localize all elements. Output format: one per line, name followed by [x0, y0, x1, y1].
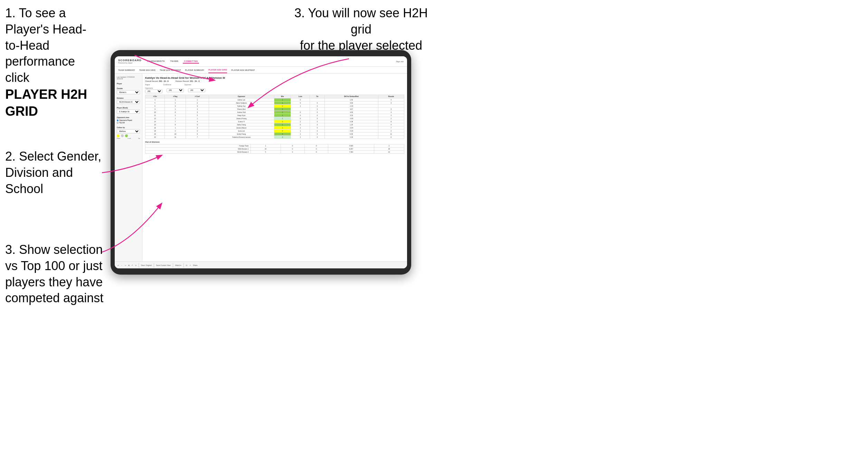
nav-teams[interactable]: TEAMS: [169, 59, 180, 64]
cell-div: 16: [145, 126, 165, 130]
step3-top-line1: 3. You will now see H2H grid: [294, 6, 428, 36]
sub-nav-player-summary[interactable]: PLAYER SUMMARY: [185, 67, 204, 73]
cell-win: 1: [274, 98, 291, 102]
nav-tournaments[interactable]: TOURNAMENTS: [146, 59, 166, 64]
opponent-view-radios: Opponents Played Top 100: [117, 120, 140, 124]
filter-select-row: Opponents: (All) (All) (All): [145, 87, 404, 93]
cell-reg: 8: [165, 123, 186, 126]
cell-conf: 3: [186, 126, 209, 130]
toolbar-refresh[interactable]: ↶: [132, 264, 133, 266]
sub-nav-team-heatmap[interactable]: TEAM H2H HEATMAP: [160, 67, 181, 73]
cell-opponent: Sydney Kuo: [209, 105, 274, 108]
dot-down: [117, 134, 120, 137]
radio-opponents-played[interactable]: Opponents Played: [117, 120, 140, 121]
cell-win: 2: [274, 120, 291, 123]
opponents-select[interactable]: (All): [145, 89, 162, 93]
toolbar-redo[interactable]: ↪: [125, 264, 126, 266]
cell-diff: 0.30: [324, 133, 378, 136]
cell-diff: -1.00: [324, 105, 378, 108]
cell-conf: 2: [186, 130, 209, 133]
cell-loss: 1: [291, 105, 310, 108]
toolbar-share[interactable]: Share: [193, 264, 197, 266]
cell-opponent: Emily Chang: [209, 133, 274, 136]
step3-bottom-line1: 3. Show selection: [5, 242, 103, 257]
sidebar: Last Updated: 27/03/2024 16:55:38 Player…: [115, 74, 142, 261]
toolbar-grid[interactable]: ⊞: [128, 264, 130, 266]
instruction-step3-top: 3. You will now see H2H grid for the pla…: [283, 5, 439, 54]
cell-rounds: 6: [378, 136, 404, 139]
overall-record: Overall Record: 353 - 34 - 6: [145, 80, 169, 82]
sub-nav-player-heatmap[interactable]: PLAYER H2H HEATMAP: [231, 67, 255, 73]
col-loss: Loss: [291, 95, 310, 98]
ood-cell-opponent: Foreign Team: [145, 144, 251, 147]
nav-committee[interactable]: COMMITTEE: [183, 59, 199, 64]
cell-opponent: Esther Lee: [209, 98, 274, 102]
sub-nav-team-summary[interactable]: TEAM SUMMARY: [118, 67, 135, 73]
cell-opponent: Sharon Mun: [209, 108, 274, 111]
ood-cell-tie: 0: [304, 151, 328, 154]
gender-select[interactable]: Women's: [117, 90, 140, 94]
ood-cell-diff: 7.400: [328, 151, 374, 154]
cell-diff: 0.38: [324, 120, 378, 123]
colour-down-label: Down: [117, 137, 120, 139]
col-tie: Tie: [310, 95, 324, 98]
cell-tie: 0: [310, 120, 324, 123]
ood-table-row: NAIA Division 1 15 0 0 9.267 30: [145, 147, 404, 151]
overall-record-value: 353 - 34 - 6: [159, 80, 169, 82]
division-record: Division Record: 331 - 34 - 6: [176, 80, 200, 82]
col-diff: Diff Av Strokes/Rnd: [324, 95, 378, 98]
nav-sign-out[interactable]: Sign out: [396, 60, 404, 63]
sub-nav-player-h2h[interactable]: PLAYER H2H GRID: [208, 67, 227, 73]
filter-row: Region Conference Opponent: [145, 84, 404, 86]
table-row: 5 2 2 Alexis Sudjianto 1 0 0 4.00 3: [145, 102, 404, 105]
table-row: 20 11 7 Federica Domecq Lacroze 2 1 0 1.…: [145, 136, 404, 139]
cell-reg: 3: [165, 105, 186, 108]
cell-div: 14: [145, 120, 165, 123]
cell-opponent: Heejo Hyun: [209, 114, 274, 117]
ood-cell-loss: 0: [281, 144, 304, 147]
cell-div: 9: [145, 108, 165, 111]
toolbar-view-original[interactable]: View: Original: [141, 264, 152, 266]
toolbar-divider2: [154, 263, 154, 267]
instruction-step3-bottom: 3. Show selection vs Top 100 or just pla…: [5, 242, 104, 306]
conference-label: Conference: [163, 84, 171, 86]
out-of-division-title: Out of division: [145, 141, 404, 143]
ood-cell-rounds: 10: [374, 151, 404, 154]
cell-rounds: 9: [378, 120, 404, 123]
cell-div: 5: [145, 102, 165, 105]
instruction-step1: 1. To see a Player's Head- to-Head perfo…: [5, 5, 102, 120]
ood-cell-opponent: NCAA Division 2: [145, 151, 251, 154]
player-rank-select[interactable]: 8. Katelyn Vo: [117, 109, 140, 114]
opponents-filter-group: Opponents: (All): [145, 87, 162, 93]
ood-cell-rounds: 30: [374, 147, 404, 151]
sidebar-colour-section: Colour by Win/loss Down Level Up: [117, 126, 140, 139]
cell-diff: -3.00: [324, 117, 378, 120]
col-div: # Div: [145, 95, 165, 98]
table-row: 15 8 5 Stella Cheng 1 0 0 1.25 4: [145, 123, 404, 126]
toolbar-save-custom-view[interactable]: Save Custom View: [156, 264, 171, 266]
radio-top100[interactable]: Top 100: [117, 122, 140, 124]
table-row: 19 10 6 Emily Chang 4 1 0 0.30 11: [145, 133, 404, 136]
toolbar-divider4: [183, 263, 184, 267]
division-select[interactable]: NCAA Division III: [117, 100, 140, 104]
opponent-view-label: Opponent view: [117, 116, 140, 118]
toolbar-undo[interactable]: ↩: [117, 264, 119, 266]
cell-win: 2: [274, 111, 291, 114]
table-row: 13 1 1 Jessica Huang 1 0 0 -3.00 2: [145, 117, 404, 120]
cell-diff: 3.33: [324, 114, 378, 117]
cell-div: 20: [145, 136, 165, 139]
cell-reg: 1: [165, 108, 186, 111]
cell-rounds: 3: [378, 114, 404, 117]
toolbar-share-icon[interactable]: ↗: [189, 264, 191, 266]
conference-select[interactable]: (All): [167, 88, 184, 92]
cell-opponent: Jessica Huang: [209, 117, 274, 120]
toolbar-back[interactable]: ←: [121, 264, 123, 266]
page-title: Katelyn Vo Head-to-Head Grid for Women's…: [145, 76, 404, 79]
sub-nav-team-h2h[interactable]: TEAM H2H GRID: [139, 67, 155, 73]
opponent-filter-select[interactable]: (All): [188, 88, 205, 92]
toolbar-grid2[interactable]: ⊡: [186, 264, 187, 266]
toolbar-circle[interactable]: ⊙: [135, 264, 136, 266]
colour-by-select[interactable]: Win/loss: [117, 129, 140, 133]
toolbar-watch[interactable]: Watch ▾: [175, 264, 181, 266]
toolbar-divider3: [173, 263, 173, 267]
